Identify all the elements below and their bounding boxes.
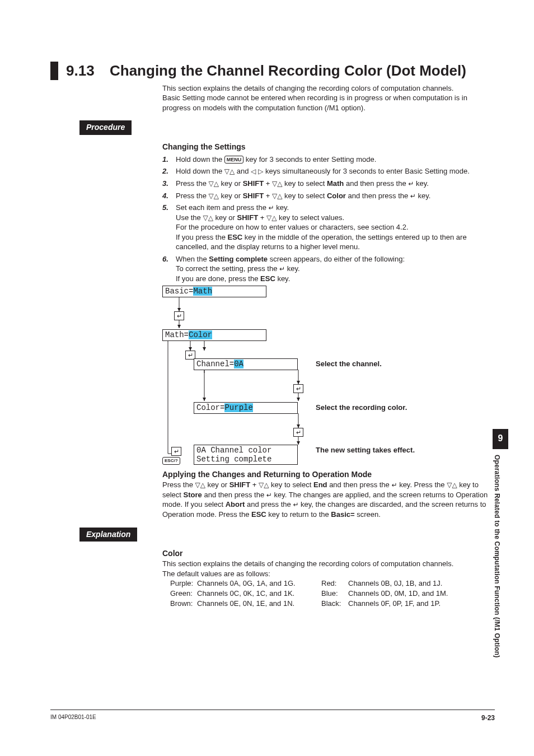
chapter-tab: 9 Operations Related to the Computation … bbox=[493, 429, 508, 696]
enter-icon: ↵ bbox=[293, 501, 298, 508]
enter-icon: ↵ bbox=[391, 481, 397, 489]
enter-key-icon: ↵ bbox=[293, 428, 303, 437]
color-heading: Color bbox=[162, 548, 495, 559]
footer-page-number: 9-23 bbox=[481, 713, 495, 722]
caption-select-channel: Select the channel. bbox=[316, 359, 382, 369]
intro-paragraph-1: This section explains the details of cha… bbox=[162, 83, 495, 94]
section-title: 9.13 Changing the Channel Recording Colo… bbox=[50, 62, 495, 80]
footer-doc-id: IM 04P02B01-01E bbox=[50, 713, 96, 722]
enter-key-icon: ↵ bbox=[293, 384, 303, 393]
caption-select-color: Select the recording color. bbox=[316, 403, 407, 413]
enter-icon: ↵ bbox=[266, 491, 272, 499]
section-heading: Changing the Channel Recording Color (Do… bbox=[110, 62, 466, 80]
step-4: Press the ▽△ key or SHIFT + ▽△ key to se… bbox=[176, 191, 430, 201]
lcd-channel: Channel=0A bbox=[194, 358, 298, 370]
updown-icon: ▽△ bbox=[266, 214, 277, 222]
menu-key-icon: MENU bbox=[224, 156, 244, 164]
step-number: 4. bbox=[162, 191, 176, 201]
defaults-table: Purple:Channels 0A, 0G, 1A, and 1G.Red:C… bbox=[162, 578, 495, 608]
applying-body: Press the ▽△ key or SHIFT + ▽△ key to se… bbox=[162, 480, 495, 519]
step-2: Hold down the ▽△ and ◁ ▷ keys simultaneo… bbox=[176, 166, 470, 176]
enter-icon: ↵ bbox=[408, 180, 414, 188]
explanation-p1: This section explains the details of cha… bbox=[162, 559, 495, 569]
step-number: 5. bbox=[162, 203, 176, 252]
step-6: When the Setting complete screen appears… bbox=[176, 254, 405, 284]
step-1: Hold down the MENU key for 3 seconds to … bbox=[176, 155, 376, 165]
lcd-color: Color=Purple bbox=[194, 402, 298, 414]
title-accent-bar bbox=[50, 62, 58, 80]
updown-icon: ▽△ bbox=[272, 180, 282, 188]
updown-icon: ▽△ bbox=[259, 481, 269, 489]
updown-icon: ▽△ bbox=[209, 180, 219, 188]
step-number: 6. bbox=[162, 254, 176, 284]
intro-paragraph-2: Basic Setting mode cannot be entered whe… bbox=[162, 93, 495, 113]
updown-icon: ▽△ bbox=[272, 192, 282, 200]
enter-key-icon: ↵ bbox=[171, 447, 181, 456]
enter-icon: ↵ bbox=[268, 204, 274, 212]
updown-icon: ▽△ bbox=[447, 481, 457, 489]
leftright-icon: ◁ ▷ bbox=[251, 167, 263, 175]
updown-icon: ▽△ bbox=[209, 192, 219, 200]
step-number: 2. bbox=[162, 166, 176, 176]
chapter-title: Operations Related to the Computation Fu… bbox=[493, 449, 502, 696]
flow-diagram: Basic=Math ↵ Math=Color ↵ Channel=0A Sel… bbox=[162, 286, 495, 465]
caption-new-setting: The new setting takes effect. bbox=[316, 445, 415, 455]
page-footer: IM 04P02B01-01E 9-23 bbox=[50, 710, 495, 722]
esc-key-icon: ESC/? bbox=[162, 457, 180, 465]
enter-key-icon: ↵ bbox=[174, 311, 184, 320]
lcd-setting-complete: 0A Channel colorSetting complete bbox=[194, 445, 298, 465]
step-number: 1. bbox=[162, 155, 176, 165]
explanation-p2: The default values are as follows: bbox=[162, 569, 495, 579]
lcd-math-color: Math=Color bbox=[162, 329, 266, 341]
applying-heading: Applying the Changes and Returning to Op… bbox=[162, 469, 495, 480]
updown-icon: ▽△ bbox=[195, 481, 205, 489]
step-number: 3. bbox=[162, 179, 176, 189]
updown-icon: ▽△ bbox=[203, 214, 213, 222]
procedure-steps: 1. Hold down the MENU key for 3 seconds … bbox=[162, 155, 495, 284]
chapter-number: 9 bbox=[493, 429, 508, 449]
lcd-basic-math: Basic=Math bbox=[162, 286, 266, 297]
enter-icon: ↵ bbox=[279, 265, 285, 273]
changing-settings-heading: Changing the Settings bbox=[162, 142, 495, 152]
step-3: Press the ▽△ key or SHIFT + ▽△ key to se… bbox=[176, 179, 429, 189]
enter-icon: ↵ bbox=[410, 192, 416, 200]
step-5: Set each item and press the ↵ key. Use t… bbox=[176, 203, 495, 252]
procedure-label: Procedure bbox=[79, 120, 132, 135]
explanation-label: Explanation bbox=[79, 528, 137, 542]
section-number: 9.13 bbox=[66, 62, 99, 80]
updown-icon: ▽△ bbox=[224, 167, 235, 175]
